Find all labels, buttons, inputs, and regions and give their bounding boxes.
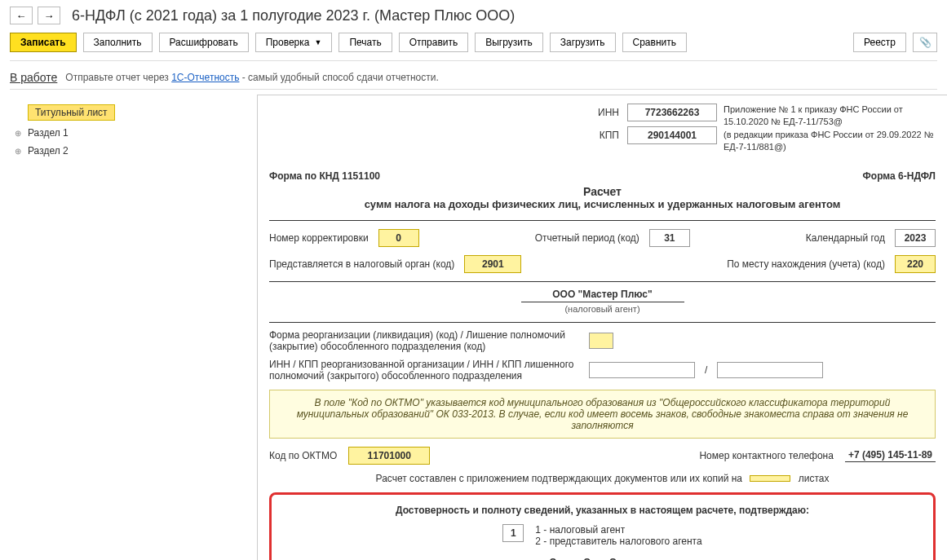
compare-button[interactable]: Сравнить	[622, 33, 687, 52]
attach-button[interactable]: 📎	[913, 33, 937, 52]
corr-label: Номер корректировки	[269, 232, 369, 244]
phone-label: Номер контактного телефона	[699, 450, 833, 461]
status-hint: Отправьте отчет через 1С-Отчетность - са…	[65, 72, 438, 83]
confirm-opt1: 1 - налоговый агент	[535, 524, 701, 536]
year-label: Календарный год	[806, 232, 885, 244]
org-sub: (налоговый агент)	[521, 302, 684, 314]
taxorg-field[interactable]: 2901	[464, 255, 521, 273]
tree-title-sheet[interactable]: Титульный лист	[8, 101, 249, 124]
check-button[interactable]: Проверка▼	[255, 33, 333, 52]
form-name: Форма 6-НДФЛ	[863, 170, 936, 182]
tree-label: Раздел 1	[28, 127, 69, 139]
period-field[interactable]: 31	[649, 229, 690, 247]
back-button[interactable]: ←	[10, 7, 33, 24]
tree-section2[interactable]: ⊕ Раздел 2	[8, 142, 249, 160]
org-name: ООО "Мастер Плюс"	[269, 289, 936, 300]
paperclip-icon: 📎	[919, 37, 932, 48]
oktmo-field[interactable]: 11701000	[348, 447, 430, 465]
place-label: По месту нахождения (учета) (код)	[727, 258, 885, 270]
status-hint-link[interactable]: 1С-Отчетность	[171, 72, 239, 83]
hint-suffix: - самый удобный способ сдачи отчетности.	[239, 72, 438, 83]
calc-subtitle: сумм налога на доходы физических лиц, ис…	[269, 198, 936, 210]
inn-field[interactable]: 7723662263	[627, 104, 717, 121]
fill-button[interactable]: Заполнить	[83, 33, 153, 52]
place-field[interactable]: 220	[895, 255, 936, 273]
forward-button[interactable]: →	[38, 7, 60, 24]
sidebar: Титульный лист ⊕ Раздел 1 ⊕ Раздел 2	[0, 95, 257, 560]
confirmation-box: Достоверность и полноту сведений, указан…	[269, 492, 936, 560]
reorg-inn-label: ИНН / КПП реорганизованной организации /…	[269, 359, 579, 381]
tree-label: Титульный лист	[28, 104, 115, 121]
sheets-text-b: листах	[799, 473, 830, 484]
hint-prefix: Отправьте отчет через	[65, 72, 171, 83]
oktmo-note: В поле "Код по ОКТМО" указывается код му…	[269, 390, 936, 439]
save-button[interactable]: Записать	[10, 33, 77, 52]
inn-label: ИНН	[586, 107, 619, 118]
decode-button[interactable]: Расшифровать	[159, 33, 249, 52]
registry-button[interactable]: Реестр	[853, 33, 906, 52]
taxorg-label: Представляется в налоговый орган (код)	[269, 258, 454, 270]
slash: /	[705, 364, 707, 376]
reorg-code-field[interactable]	[589, 333, 613, 349]
expand-icon: ⊕	[15, 147, 23, 156]
confirm-code-field[interactable]: 1	[502, 524, 524, 542]
confirm-opt2: 2 - представитель налогового агента	[535, 536, 701, 547]
sheets-text-a: Расчет составлен с приложением подтвержд…	[376, 473, 742, 484]
import-button[interactable]: Загрузить	[550, 33, 616, 52]
signer-name: Орлов Олег Олегович	[286, 557, 918, 560]
corr-field[interactable]: 0	[378, 229, 419, 247]
kpp-label: КПП	[586, 130, 619, 141]
knd-code: Форма по КНД 1151100	[269, 170, 380, 182]
reorg-inn-field[interactable]	[589, 362, 695, 378]
sheets-row: Расчет составлен с приложением подтвержд…	[269, 473, 936, 484]
decree-text: Приложение № 1 к приказу ФНС России от 1…	[724, 104, 936, 154]
period-label: Отчетный период (код)	[535, 232, 639, 244]
print-button[interactable]: Печать	[339, 33, 392, 52]
page-title: 6-НДФЛ (с 2021 года) за 1 полугодие 2023…	[65, 7, 515, 24]
check-label: Проверка	[266, 37, 310, 48]
expand-icon: ⊕	[15, 129, 23, 138]
decree1: Приложение № 1 к приказу ФНС России от 1…	[724, 104, 936, 129]
tree-section1[interactable]: ⊕ Раздел 1	[8, 124, 249, 142]
reorg-kpp-field[interactable]	[717, 362, 823, 378]
status-state[interactable]: В работе	[10, 71, 57, 84]
oktmo-label: Код по ОКТМО	[269, 450, 337, 461]
calc-title: Расчет	[269, 185, 936, 198]
caret-icon: ▼	[314, 38, 321, 46]
send-button[interactable]: Отправить	[399, 33, 469, 52]
kpp-field[interactable]: 290144001	[627, 126, 717, 144]
decree2: (в редакции приказа ФНС России от 29.09.…	[724, 129, 936, 154]
form-content: ИНН 7723662263 КПП 290144001 Приложение …	[257, 95, 947, 560]
sheets-count-field[interactable]	[750, 475, 790, 482]
confirm-title: Достоверность и полноту сведений, указан…	[286, 505, 918, 516]
year-field[interactable]: 2023	[895, 229, 936, 247]
phone-field[interactable]: +7 (495) 145-11-89	[845, 449, 936, 462]
export-button[interactable]: Выгрузить	[475, 33, 543, 52]
reorg-label: Форма реорганизации (ликвидация) (код) /…	[269, 329, 579, 352]
tree-label: Раздел 2	[28, 145, 69, 157]
